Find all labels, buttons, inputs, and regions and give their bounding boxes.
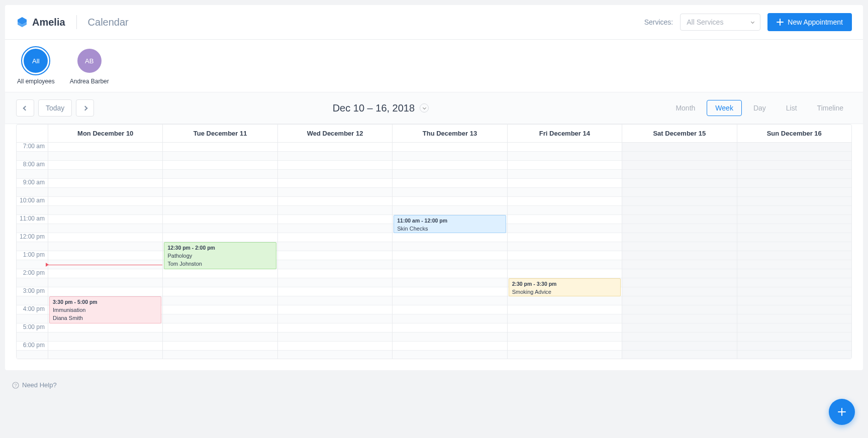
- day-header: Fri December 14: [507, 125, 622, 142]
- event-person: Diana Smith: [53, 314, 158, 322]
- event-title: Immunisation: [53, 306, 158, 314]
- time-label: 1:00 pm: [17, 251, 48, 260]
- day-column-4[interactable]: 2:30 pm - 3:30 pmSmoking Advice: [507, 143, 622, 359]
- day-column-0[interactable]: 3:30 pm - 5:00 pmImmunisationDiana Smith: [48, 143, 162, 359]
- day-column-1[interactable]: 12:30 pm - 2:00 pmPathologyTom Johnston: [162, 143, 277, 359]
- day-column-5[interactable]: [622, 143, 736, 359]
- day-column-2[interactable]: [277, 143, 392, 359]
- brand-name: Amelia: [32, 17, 65, 28]
- employee-filter-0[interactable]: AllAll employees: [17, 49, 55, 85]
- employee-filter-1[interactable]: ABAndrea Barber: [70, 49, 109, 85]
- date-range: Dec 10 – 16, 2018: [333, 102, 429, 114]
- amelia-logo-icon: [16, 16, 28, 28]
- time-column: 7:00 am8:00 am9:00 am10:00 am11:00 am12:…: [17, 143, 48, 359]
- footer-help-link[interactable]: Need Help?: [22, 381, 57, 389]
- event-time: 11:00 am - 12:00 pm: [397, 217, 502, 225]
- time-label: 11:00 am: [17, 215, 48, 224]
- event-person: Tom Johnston: [167, 260, 272, 268]
- event-title: Skin Checks: [397, 225, 502, 233]
- time-label: 3:00 pm: [17, 287, 48, 296]
- calendar-event[interactable]: 3:30 pm - 5:00 pmImmunisationDiana Smith: [49, 296, 161, 323]
- day-header: Thu December 13: [392, 125, 507, 142]
- view-tab-timeline[interactable]: Timeline: [809, 100, 852, 116]
- employees-row: AllAll employeesABAndrea Barber: [5, 40, 863, 92]
- day-column-3[interactable]: 11:00 am - 12:00 pmSkin Checks: [392, 143, 507, 359]
- day-header: Wed December 12: [277, 125, 392, 142]
- day-header: Sun December 16: [737, 125, 851, 142]
- employee-avatar: All: [24, 49, 48, 73]
- chevron-right-icon: [82, 105, 87, 111]
- time-label: 10:00 am: [17, 197, 48, 206]
- services-label: Services:: [644, 18, 673, 26]
- view-tab-week[interactable]: Week: [707, 100, 742, 116]
- caret-down-icon: [423, 105, 426, 109]
- calendar-event[interactable]: 11:00 am - 12:00 pmSkin Checks: [394, 215, 506, 233]
- view-tabs: MonthWeekDayListTimeline: [667, 100, 852, 116]
- view-tab-month[interactable]: Month: [667, 100, 704, 116]
- next-button[interactable]: [76, 99, 94, 117]
- event-time: 2:30 pm - 3:30 pm: [512, 280, 617, 288]
- brand-logo[interactable]: Amelia: [16, 16, 65, 28]
- services-placeholder: All Services: [687, 18, 723, 26]
- employee-label: All employees: [17, 78, 55, 85]
- today-button[interactable]: Today: [38, 99, 72, 117]
- page-title: Calendar: [88, 17, 129, 28]
- view-tab-list[interactable]: List: [778, 100, 806, 116]
- calendar-grid: Mon December 10Tue December 11Wed Decemb…: [16, 124, 852, 359]
- day-column-6[interactable]: [737, 143, 851, 359]
- view-tab-day[interactable]: Day: [745, 100, 775, 116]
- time-label: 5:00 pm: [17, 323, 48, 333]
- time-label: 7:00 am: [17, 143, 48, 152]
- chevron-down-icon: [751, 20, 754, 23]
- day-header: Mon December 10: [48, 125, 162, 142]
- help-icon: ?: [12, 382, 19, 389]
- new-appointment-button[interactable]: New Appointment: [767, 13, 852, 31]
- header-divider: [76, 15, 77, 29]
- employee-avatar: AB: [77, 49, 102, 73]
- time-label: 9:00 am: [17, 179, 48, 188]
- date-picker-toggle[interactable]: [420, 103, 429, 113]
- now-indicator: [48, 265, 162, 265]
- services-select[interactable]: All Services: [680, 14, 760, 31]
- event-time: 12:30 pm - 2:00 pm: [167, 244, 272, 252]
- prev-button[interactable]: [16, 99, 34, 117]
- event-time: 3:30 pm - 5:00 pm: [53, 298, 158, 306]
- event-title: Pathology: [167, 252, 272, 260]
- time-label: 12:00 pm: [17, 233, 48, 242]
- day-header: Tue December 11: [162, 125, 277, 142]
- footer: ? Need Help?: [0, 375, 868, 395]
- time-gutter-header: [17, 125, 48, 142]
- employee-label: Andrea Barber: [70, 78, 109, 85]
- plus-icon: [777, 19, 784, 26]
- time-label: 6:00 pm: [17, 342, 48, 351]
- calendar-toolbar: Today Dec 10 – 16, 2018 MonthWeekDayList…: [5, 92, 863, 124]
- time-label: 4:00 pm: [17, 305, 48, 314]
- header: Amelia Calendar Services: All Services N…: [5, 5, 863, 40]
- svg-text:?: ?: [14, 383, 17, 388]
- time-label: 2:00 pm: [17, 269, 48, 278]
- calendar-event[interactable]: 12:30 pm - 2:00 pmPathologyTom Johnston: [164, 242, 276, 269]
- calendar-event[interactable]: 2:30 pm - 3:30 pmSmoking Advice: [509, 278, 621, 296]
- day-header: Sat December 15: [622, 125, 736, 142]
- event-title: Smoking Advice: [512, 288, 617, 296]
- chevron-left-icon: [23, 105, 28, 111]
- time-label: 8:00 am: [17, 161, 48, 170]
